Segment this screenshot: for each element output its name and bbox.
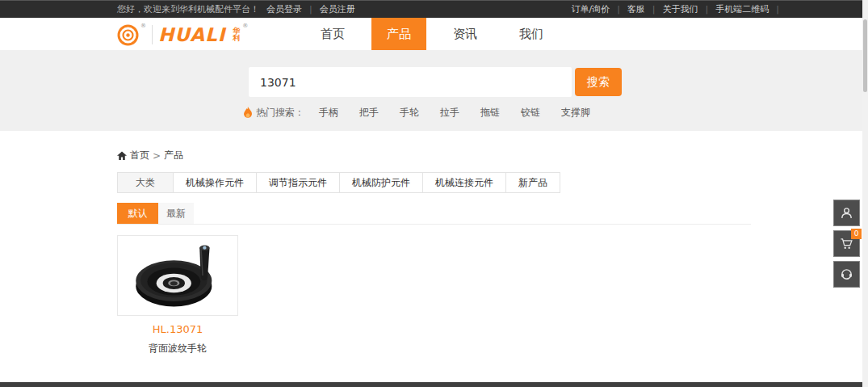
category-tab-operating[interactable]: 机械操作元件 <box>173 172 257 193</box>
topbar: 您好，欢迎来到华利机械配件平台！ 会员登录 | 会员注册 订单/询价 | 客服 … <box>0 0 868 18</box>
brand-name-cn: 华利 <box>233 27 241 42</box>
separator: | <box>776 4 779 15</box>
separator: | <box>617 4 620 15</box>
flame-icon <box>243 107 253 119</box>
main-nav: 首页 产品 资讯 我们 <box>305 18 570 50</box>
category-tab-connect[interactable]: 机械连接元件 <box>422 172 506 193</box>
orders-link[interactable]: 订单/询价 <box>571 3 610 15</box>
hot-term[interactable]: 手柄 <box>319 106 338 120</box>
sort-tab-newest[interactable]: 最新 <box>158 203 194 224</box>
sort-tabs: 默认 最新 <box>117 203 751 225</box>
header: ® HUALI 华利 ® 首页 产品 资讯 我们 <box>0 18 868 50</box>
separator: | <box>309 4 312 15</box>
product-code[interactable]: HL.13071 <box>117 323 238 335</box>
register-link[interactable]: 会员注册 <box>320 3 355 15</box>
cart-count-badge: 0 <box>851 229 862 239</box>
brand-logo[interactable]: ® HUALI 华利 ® <box>117 18 248 50</box>
scrollbar-track[interactable] <box>862 0 868 387</box>
login-link[interactable]: 会员登录 <box>266 3 302 15</box>
home-icon <box>117 151 127 161</box>
category-tab-all[interactable]: 大类 <box>117 172 174 193</box>
brand-name: HUALI <box>158 19 225 51</box>
service-button[interactable] <box>833 261 860 288</box>
nav-products[interactable]: 产品 <box>371 18 426 50</box>
service-link[interactable]: 客服 <box>627 3 645 15</box>
logo-divider <box>152 25 153 44</box>
product-image[interactable] <box>117 235 238 316</box>
product-name: 背面波纹手轮 <box>117 342 238 355</box>
mobile-qrcode-link[interactable]: 手机端二维码 <box>715 3 769 15</box>
main-content: 首页 > 产品 大类 机械操作元件 调节指示元件 机械防护元件 机械连接元件 新… <box>117 149 751 355</box>
breadcrumb: 首页 > 产品 <box>117 149 751 162</box>
user-icon <box>840 206 853 220</box>
category-tab-adjust[interactable]: 调节指示元件 <box>256 172 340 193</box>
breadcrumb-separator: > <box>153 150 161 162</box>
floating-toolbar: 0 <box>833 200 860 288</box>
search-section: 搜索 热门搜索： 手柄 把手 手轮 拉手 拖链 铰链 支撑脚 <box>0 50 868 131</box>
hot-search-label: 热门搜索： <box>256 106 304 120</box>
hot-search-terms: 手柄 把手 手轮 拉手 拖链 铰链 支撑脚 <box>319 106 590 120</box>
handwheel-image <box>120 238 235 313</box>
brand-roundel-icon <box>117 24 139 46</box>
footer-bar <box>0 382 868 387</box>
user-button[interactable] <box>833 200 860 226</box>
category-tab-protect[interactable]: 机械防护元件 <box>339 172 423 193</box>
service-headset-icon <box>840 267 853 281</box>
search-button[interactable]: 搜索 <box>575 68 622 96</box>
registered-mark: ® <box>140 23 146 29</box>
product-card: HL.13071 背面波纹手轮 <box>117 235 238 355</box>
search-input[interactable] <box>249 67 572 97</box>
nav-about[interactable]: 我们 <box>504 18 559 50</box>
hot-term[interactable]: 手轮 <box>400 106 419 120</box>
separator: | <box>652 4 656 15</box>
hot-term[interactable]: 拖链 <box>480 106 500 120</box>
category-tabs: 大类 机械操作元件 调节指示元件 机械防护元件 机械连接元件 新产品 <box>117 172 751 193</box>
sort-tab-default[interactable]: 默认 <box>117 203 158 224</box>
hot-term[interactable]: 铰链 <box>521 106 540 120</box>
hot-term[interactable]: 拉手 <box>440 106 459 120</box>
cart-button[interactable]: 0 <box>833 230 860 257</box>
scrollbar-thumb[interactable] <box>863 19 867 92</box>
about-link[interactable]: 关于我们 <box>663 3 698 15</box>
hot-term[interactable]: 把手 <box>359 106 379 120</box>
breadcrumb-current: 产品 <box>164 149 183 162</box>
category-tab-new[interactable]: 新产品 <box>505 172 560 193</box>
hot-term[interactable]: 支撑脚 <box>561 106 590 120</box>
welcome-text: 您好，欢迎来到华利机械配件平台！ <box>117 3 259 15</box>
nav-home[interactable]: 首页 <box>305 18 360 50</box>
separator: | <box>706 4 709 15</box>
registered-mark: ® <box>242 23 248 29</box>
nav-news[interactable]: 资讯 <box>438 18 493 50</box>
breadcrumb-home[interactable]: 首页 <box>130 149 149 162</box>
